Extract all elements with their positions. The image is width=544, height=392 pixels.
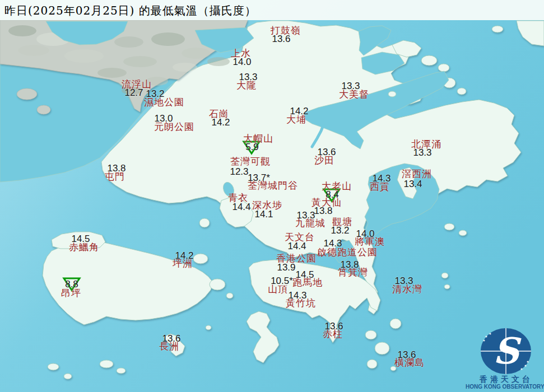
station-name: 元朗公園 [154, 122, 194, 132]
min-temperature-map: 13.6打鼓嶺14.0上水13.3大隴12.7流浮山13.2濕地公園13.0元朗… [0, 0, 544, 392]
station-name: 大美督 [339, 90, 369, 99]
station-value: 13.6 [272, 35, 290, 44]
station-name: 將軍澳 [355, 237, 385, 246]
station-name: 天文台 [285, 232, 315, 242]
station-value: 5.9 [245, 143, 259, 152]
station-value: 14.4 [232, 203, 250, 212]
station-name: 赤柱 [323, 329, 343, 339]
station-name: 流浮山 [122, 80, 152, 89]
station-label-layer: 13.6打鼓嶺14.0上水13.3大隴12.7流浮山13.2濕地公園13.0元朗… [0, 0, 544, 392]
station-value: 14.2 [211, 118, 230, 127]
station-name: 黃大仙 [311, 198, 342, 207]
station-name: 大帽山 [243, 134, 273, 143]
station-value: 14.1 [254, 210, 273, 219]
station-name: 青衣 [228, 193, 248, 203]
station-name: 長洲 [159, 342, 179, 351]
station-value: 12.3 [230, 167, 248, 176]
page-title: 昨日(2025年02月25日) 的最低氣溫（攝氏度） [4, 3, 257, 18]
station-name: 大埔 [286, 115, 306, 124]
station-name: 荃灣城門谷 [248, 181, 298, 190]
svg-text:S: S [493, 330, 522, 372]
station-name: 石崗 [209, 109, 229, 119]
station-name: 筲箕灣 [338, 268, 368, 277]
station-name: 觀塘 [332, 217, 352, 227]
station-name: 滘西洲 [402, 169, 432, 179]
station-name: 昂坪 [61, 288, 81, 298]
station-name: 深水埗 [252, 200, 282, 210]
station-value: 13.2 [331, 226, 349, 235]
station-value: 13.4 [403, 180, 422, 189]
station-name: 沙田 [314, 156, 334, 165]
station-name: 大隴 [236, 81, 257, 90]
station-value: 14.0 [233, 58, 251, 67]
station-name: 香港公園 [276, 254, 317, 263]
title-bar: 昨日(2025年02月25日) 的最低氣溫（攝氏度） [0, 0, 544, 20]
station-name: 跑馬地 [292, 278, 323, 287]
station-name: 坪洲 [173, 259, 193, 268]
station-name: 清水灣 [392, 284, 422, 294]
station-name: 橫瀾島 [394, 358, 425, 367]
station-name: 九龍城 [295, 218, 326, 228]
station-name: 濕地公園 [144, 97, 184, 107]
station-name: 大老山 [322, 181, 352, 191]
hko-logo-name-en: HONG KONG OBSERVATORY [466, 384, 544, 390]
station-value: 13.8 [314, 207, 332, 216]
station-name: 屯門 [105, 172, 125, 181]
station-value: 13.9 [277, 263, 295, 272]
station-name: 啟德跑道公園 [317, 248, 378, 257]
station-value: 13.3 [413, 148, 431, 157]
station-name: 山頂 [268, 284, 288, 294]
station-name: 赤鱲角 [69, 242, 99, 252]
station-name: 西貢 [370, 182, 390, 192]
station-value: 12.7 [124, 88, 143, 97]
station-name: 北潭涌 [411, 139, 441, 149]
station-name: 上水 [231, 49, 251, 58]
station-name: 荃灣可觀 [230, 157, 271, 166]
station-name: 打鼓嶺 [271, 26, 301, 35]
station-name: 黃竹坑 [286, 298, 316, 308]
hko-logo: S 香港天文台 HONG KONG OBSERVATORY [468, 326, 542, 390]
station-value: 14.4 [287, 242, 306, 251]
